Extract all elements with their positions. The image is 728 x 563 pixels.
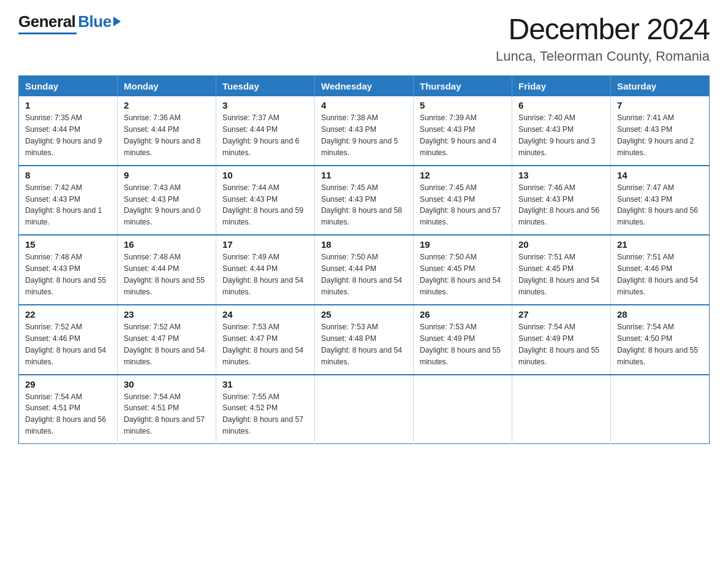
calendar-cell: 19 Sunrise: 7:50 AMSunset: 4:45 PMDaylig… xyxy=(414,235,512,305)
calendar-header-row: Sunday Monday Tuesday Wednesday Thursday… xyxy=(19,76,710,97)
calendar-cell: 16 Sunrise: 7:48 AMSunset: 4:44 PMDaylig… xyxy=(118,235,216,305)
day-number: 26 xyxy=(420,309,506,320)
day-number: 19 xyxy=(420,239,506,250)
day-info: Sunrise: 7:41 AMSunset: 4:43 PMDaylight:… xyxy=(617,113,694,157)
day-info: Sunrise: 7:46 AMSunset: 4:43 PMDaylight:… xyxy=(518,183,599,227)
calendar-table: Sunday Monday Tuesday Wednesday Thursday… xyxy=(18,75,710,444)
day-number: 30 xyxy=(124,379,210,389)
calendar-cell: 31 Sunrise: 7:55 AMSunset: 4:52 PMDaylig… xyxy=(216,375,315,444)
calendar-cell xyxy=(414,375,512,444)
day-info: Sunrise: 7:50 AMSunset: 4:44 PMDaylight:… xyxy=(321,253,402,296)
day-number: 25 xyxy=(321,309,407,320)
title-block: December 2024 Lunca, Teleorman County, R… xyxy=(496,12,710,64)
calendar-cell: 12 Sunrise: 7:45 AMSunset: 4:43 PMDaylig… xyxy=(414,166,512,236)
calendar-cell: 11 Sunrise: 7:45 AMSunset: 4:43 PMDaylig… xyxy=(315,166,414,236)
day-number: 24 xyxy=(222,309,308,320)
day-number: 6 xyxy=(518,100,604,110)
subtitle: Lunca, Teleorman County, Romania xyxy=(496,48,710,64)
calendar-cell: 22 Sunrise: 7:52 AMSunset: 4:46 PMDaylig… xyxy=(19,305,118,375)
calendar-cell: 18 Sunrise: 7:50 AMSunset: 4:44 PMDaylig… xyxy=(315,235,414,305)
day-number: 18 xyxy=(321,239,407,250)
calendar-week-3: 15 Sunrise: 7:48 AMSunset: 4:43 PMDaylig… xyxy=(19,235,710,305)
day-info: Sunrise: 7:53 AMSunset: 4:48 PMDaylight:… xyxy=(321,323,402,366)
day-number: 16 xyxy=(124,239,210,250)
col-saturday: Saturday xyxy=(611,76,710,97)
calendar-cell: 30 Sunrise: 7:54 AMSunset: 4:51 PMDaylig… xyxy=(118,375,216,444)
logo-blue-text: Blue xyxy=(78,12,111,31)
col-monday: Monday xyxy=(118,76,216,97)
day-number: 5 xyxy=(420,100,506,110)
col-tuesday: Tuesday xyxy=(216,76,315,97)
day-number: 9 xyxy=(124,170,210,180)
calendar-cell xyxy=(611,375,710,444)
day-number: 13 xyxy=(518,170,604,180)
day-number: 2 xyxy=(124,100,210,110)
day-info: Sunrise: 7:44 AMSunset: 4:43 PMDaylight:… xyxy=(222,183,303,227)
page: General Blue December 2024 Lunca, Teleor… xyxy=(0,0,728,563)
day-number: 17 xyxy=(222,239,308,250)
day-info: Sunrise: 7:38 AMSunset: 4:43 PMDaylight:… xyxy=(321,113,398,157)
day-number: 15 xyxy=(25,239,111,250)
day-info: Sunrise: 7:39 AMSunset: 4:43 PMDaylight:… xyxy=(420,113,496,157)
calendar-cell: 5 Sunrise: 7:39 AMSunset: 4:43 PMDayligh… xyxy=(414,96,512,166)
calendar-cell: 3 Sunrise: 7:37 AMSunset: 4:44 PMDayligh… xyxy=(216,96,315,166)
calendar-cell: 13 Sunrise: 7:46 AMSunset: 4:43 PMDaylig… xyxy=(512,166,611,236)
calendar-cell: 4 Sunrise: 7:38 AMSunset: 4:43 PMDayligh… xyxy=(315,96,414,166)
day-info: Sunrise: 7:54 AMSunset: 4:49 PMDaylight:… xyxy=(518,323,599,366)
day-number: 11 xyxy=(321,170,407,180)
calendar-week-5: 29 Sunrise: 7:54 AMSunset: 4:51 PMDaylig… xyxy=(19,375,710,444)
day-info: Sunrise: 7:54 AMSunset: 4:51 PMDaylight:… xyxy=(124,393,205,436)
logo-underline xyxy=(18,33,77,34)
day-info: Sunrise: 7:43 AMSunset: 4:43 PMDaylight:… xyxy=(124,183,200,227)
day-number: 22 xyxy=(25,309,111,320)
calendar-cell: 20 Sunrise: 7:51 AMSunset: 4:45 PMDaylig… xyxy=(512,235,611,305)
day-number: 1 xyxy=(25,100,111,110)
col-sunday: Sunday xyxy=(19,76,118,97)
header: General Blue December 2024 Lunca, Teleor… xyxy=(18,12,710,64)
calendar-week-4: 22 Sunrise: 7:52 AMSunset: 4:46 PMDaylig… xyxy=(19,305,710,375)
day-info: Sunrise: 7:48 AMSunset: 4:43 PMDaylight:… xyxy=(25,253,106,296)
day-info: Sunrise: 7:36 AMSunset: 4:44 PMDaylight:… xyxy=(124,113,200,157)
calendar-cell: 2 Sunrise: 7:36 AMSunset: 4:44 PMDayligh… xyxy=(118,96,216,166)
day-number: 20 xyxy=(518,239,604,250)
main-title: December 2024 xyxy=(496,12,710,46)
calendar-cell: 28 Sunrise: 7:54 AMSunset: 4:50 PMDaylig… xyxy=(611,305,710,375)
day-info: Sunrise: 7:37 AMSunset: 4:44 PMDaylight:… xyxy=(222,113,299,157)
calendar-cell xyxy=(315,375,414,444)
calendar-cell xyxy=(512,375,611,444)
calendar-cell: 9 Sunrise: 7:43 AMSunset: 4:43 PMDayligh… xyxy=(118,166,216,236)
day-number: 4 xyxy=(321,100,407,110)
day-info: Sunrise: 7:49 AMSunset: 4:44 PMDaylight:… xyxy=(222,253,303,296)
day-number: 14 xyxy=(617,170,703,180)
day-info: Sunrise: 7:35 AMSunset: 4:44 PMDaylight:… xyxy=(25,113,102,157)
calendar-week-1: 1 Sunrise: 7:35 AMSunset: 4:44 PMDayligh… xyxy=(19,96,710,166)
day-info: Sunrise: 7:50 AMSunset: 4:45 PMDaylight:… xyxy=(420,253,501,296)
calendar-cell: 15 Sunrise: 7:48 AMSunset: 4:43 PMDaylig… xyxy=(19,235,118,305)
calendar-cell: 6 Sunrise: 7:40 AMSunset: 4:43 PMDayligh… xyxy=(512,96,611,166)
logo: General Blue xyxy=(18,12,121,34)
day-info: Sunrise: 7:48 AMSunset: 4:44 PMDaylight:… xyxy=(124,253,205,296)
day-info: Sunrise: 7:45 AMSunset: 4:43 PMDaylight:… xyxy=(420,183,501,227)
col-friday: Friday xyxy=(512,76,611,97)
day-number: 29 xyxy=(25,379,111,389)
calendar-cell: 27 Sunrise: 7:54 AMSunset: 4:49 PMDaylig… xyxy=(512,305,611,375)
calendar-cell: 7 Sunrise: 7:41 AMSunset: 4:43 PMDayligh… xyxy=(611,96,710,166)
calendar-cell: 24 Sunrise: 7:53 AMSunset: 4:47 PMDaylig… xyxy=(216,305,315,375)
day-info: Sunrise: 7:47 AMSunset: 4:43 PMDaylight:… xyxy=(617,183,698,227)
day-info: Sunrise: 7:42 AMSunset: 4:43 PMDaylight:… xyxy=(25,183,102,227)
day-info: Sunrise: 7:40 AMSunset: 4:43 PMDaylight:… xyxy=(518,113,595,157)
day-info: Sunrise: 7:45 AMSunset: 4:43 PMDaylight:… xyxy=(321,183,402,227)
day-number: 8 xyxy=(25,170,111,180)
day-info: Sunrise: 7:54 AMSunset: 4:50 PMDaylight:… xyxy=(617,323,698,366)
calendar-cell: 21 Sunrise: 7:51 AMSunset: 4:46 PMDaylig… xyxy=(611,235,710,305)
calendar-week-2: 8 Sunrise: 7:42 AMSunset: 4:43 PMDayligh… xyxy=(19,166,710,236)
day-number: 27 xyxy=(518,309,604,320)
day-number: 31 xyxy=(222,379,308,389)
day-info: Sunrise: 7:53 AMSunset: 4:47 PMDaylight:… xyxy=(222,323,303,366)
calendar-cell: 26 Sunrise: 7:53 AMSunset: 4:49 PMDaylig… xyxy=(414,305,512,375)
day-number: 12 xyxy=(420,170,506,180)
logo-triangle-icon xyxy=(113,17,121,26)
calendar-cell: 23 Sunrise: 7:52 AMSunset: 4:47 PMDaylig… xyxy=(118,305,216,375)
calendar-cell: 14 Sunrise: 7:47 AMSunset: 4:43 PMDaylig… xyxy=(611,166,710,236)
calendar-cell: 17 Sunrise: 7:49 AMSunset: 4:44 PMDaylig… xyxy=(216,235,315,305)
